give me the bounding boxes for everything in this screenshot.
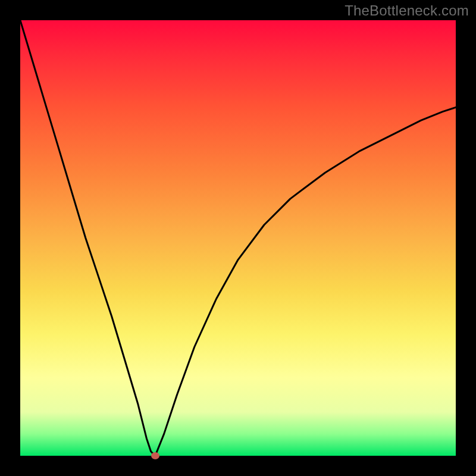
chart-frame: TheBottleneck.com: [0, 0, 476, 476]
plot-gradient-background: [20, 20, 456, 456]
watermark-text: TheBottleneck.com: [345, 2, 469, 19]
optimum-marker-dot: [151, 452, 159, 459]
